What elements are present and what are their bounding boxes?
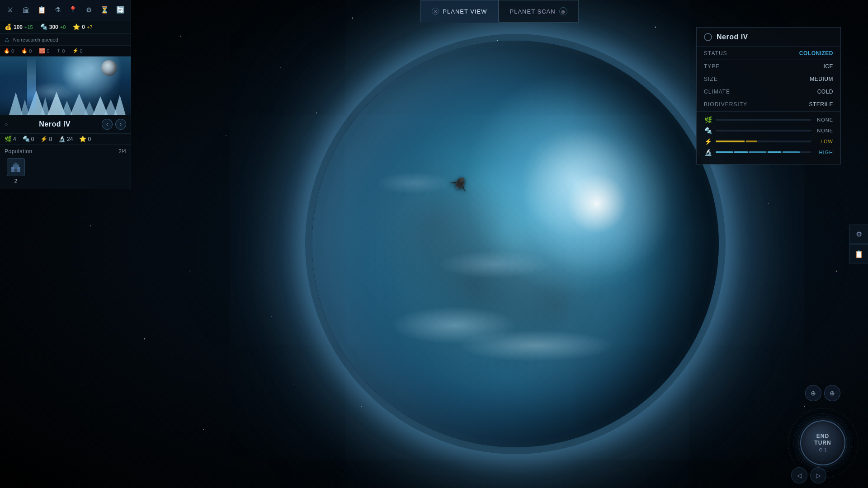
colony-unit-1[interactable]: 2 — [5, 158, 27, 184]
svg-point-12 — [90, 225, 91, 226]
svg-point-9 — [226, 135, 226, 136]
tab-planet-view[interactable]: ✕ PLANET VIEW — [420, 0, 498, 23]
panel-circle-icon — [704, 33, 712, 41]
population-count: 2/4 — [118, 148, 126, 155]
status-value: COLONIZED — [799, 50, 833, 56]
alert-fire-1-value: 0 — [11, 48, 14, 54]
moon-thumbnail — [101, 60, 117, 76]
tab-planet-scan[interactable]: PLANET SCAN ◎ — [499, 0, 579, 23]
research-bar-icon: 🔬 — [704, 149, 712, 156]
status-row: STATUS COLONIZED — [697, 47, 840, 60]
planet-sphere — [312, 41, 719, 447]
zoom-out-button[interactable]: ⊕ — [824, 385, 840, 401]
svg-point-11 — [158, 180, 158, 181]
next-planet-button[interactable]: › — [115, 119, 126, 130]
research-bar-row: 🔬 HIGH — [704, 149, 833, 156]
svg-point-14 — [144, 338, 145, 339]
food-icon: 🌿 — [5, 136, 12, 142]
resource-bars: 🌿 NONE 🔩 NONE ⚡ LOW 🔬 — [697, 111, 840, 164]
hourglass-icon[interactable]: ⏳ — [98, 3, 111, 17]
svg-point-1 — [280, 67, 281, 68]
population-section: Population 2/4 2 — [0, 145, 131, 188]
build-icon: 🧱 — [39, 48, 45, 54]
map-controls: ⊕ ⊕ — [805, 385, 840, 401]
population-header: Population 2/4 — [5, 148, 126, 155]
energy-stat: ⚡ 8 — [40, 136, 52, 142]
alert-fire-1: 🔥 0 — [4, 48, 14, 54]
research-stat: 🔬 24 — [58, 136, 73, 142]
planet-view-close-icon[interactable]: ✕ — [432, 8, 439, 15]
minerals-stat-icon: 🔩 — [23, 136, 30, 142]
planet-scan-icon: ◎ — [559, 7, 567, 15]
svg-point-6 — [655, 27, 656, 28]
credits-icon: 💰 — [5, 23, 12, 30]
colonies-icon[interactable]: 📋 — [35, 3, 48, 17]
influence-stat: ⭐ 0 — [79, 136, 91, 142]
research-bar-label: HIGH — [815, 150, 833, 155]
energy-bar-row: ⚡ LOW — [704, 138, 833, 145]
planet-name-bar: ○ Nerod IV ‹ › — [0, 115, 131, 134]
minerals-icon: 🔩 — [40, 23, 47, 30]
svg-marker-34 — [9, 93, 23, 115]
zoom-in-button[interactable]: ⊕ — [805, 385, 821, 401]
turn-number: ⊙ 1 — [819, 447, 827, 453]
minerals-resource: 🔩 300 +0 — [40, 23, 66, 30]
research-bar-track — [716, 151, 811, 153]
credits-value: 100 — [14, 24, 23, 30]
influence-stat-value: 0 — [88, 136, 91, 142]
type-row: TYPE ICE — [697, 60, 840, 73]
svg-rect-48 — [14, 169, 17, 172]
research-nav-icon[interactable]: ⚗ — [51, 3, 64, 17]
right-edge-buttons: ⚙ 📋 — [849, 225, 868, 263]
svg-point-0 — [180, 36, 181, 37]
influence-stat-icon: ⭐ — [79, 136, 86, 142]
up-icon: ⬆ — [57, 48, 61, 54]
svg-point-19 — [768, 203, 769, 204]
minerals-bar-icon: 🔩 — [704, 127, 712, 134]
svg-rect-49 — [12, 167, 14, 169]
settings-icon[interactable]: ⚙ — [82, 3, 95, 17]
svg-point-28 — [361, 406, 362, 407]
minerals-value: 300 — [49, 24, 58, 30]
climate-row: CLIMATE COLD — [697, 85, 840, 98]
end-turn-button[interactable]: ENDTURN ⊙ 1 — [800, 420, 845, 465]
svg-point-29 — [293, 384, 294, 385]
status-label: STATUS — [704, 50, 727, 56]
food-stat: 🌿 4 — [5, 136, 16, 142]
svg-marker-37 — [41, 97, 50, 115]
city-icon[interactable]: 🏛 — [19, 3, 33, 17]
planet-stats-bar: 🌿 4 🔩 0 ⚡ 8 🔬 24 ⭐ 0 — [0, 134, 131, 145]
credits-delta: +15 — [24, 24, 33, 30]
alert-up-value: 0 — [62, 48, 65, 54]
missions-icon[interactable]: 📍 — [67, 3, 80, 17]
ship-unit[interactable] — [447, 169, 474, 202]
minerals-delta: +0 — [60, 24, 66, 30]
empire-button[interactable]: 📋 — [849, 244, 868, 263]
alert-up: ⬆ 0 — [57, 48, 65, 54]
research-stat-icon: 🔬 — [58, 136, 66, 142]
prev-planet-button[interactable]: ‹ — [102, 119, 113, 130]
research-value: 24 — [67, 136, 73, 142]
panel-title: Nerod IV — [717, 33, 748, 41]
minerals-stat-value: 0 — [31, 136, 34, 142]
size-value: MEDIUM — [810, 76, 833, 82]
top-navigation: ✕ PLANET VIEW PLANET SCAN ◎ — [131, 0, 868, 23]
influence-value: 0 — [82, 24, 85, 30]
alert-energy: ⚡ 0 — [72, 48, 83, 54]
research-bar[interactable]: ⚠ No research queued — [0, 34, 131, 46]
svg-point-10 — [316, 113, 317, 113]
panel-header: Nerod IV — [697, 28, 840, 47]
tech-tree-button[interactable]: ⚙ — [849, 225, 868, 244]
top-icon-bar: ⚔ 🏛 📋 ⚗ 📍 ⚙ ⏳ 🔄 — [0, 0, 131, 20]
diplomacy-icon[interactable]: 🔄 — [114, 3, 127, 17]
research-status: No research queued — [13, 37, 58, 42]
civilization-icon[interactable]: ⚔ — [4, 3, 17, 17]
energy-bar-label: LOW — [815, 139, 833, 144]
colony-unit-icon-1 — [7, 158, 25, 176]
tab-planet-view-label: PLANET VIEW — [443, 8, 487, 15]
minerals-bar-track — [716, 130, 811, 131]
credits-resource: 💰 100 +15 — [5, 23, 33, 30]
svg-point-21 — [745, 338, 746, 339]
svg-point-13 — [189, 271, 190, 272]
prev-nav-button[interactable]: ◁ — [791, 467, 807, 483]
